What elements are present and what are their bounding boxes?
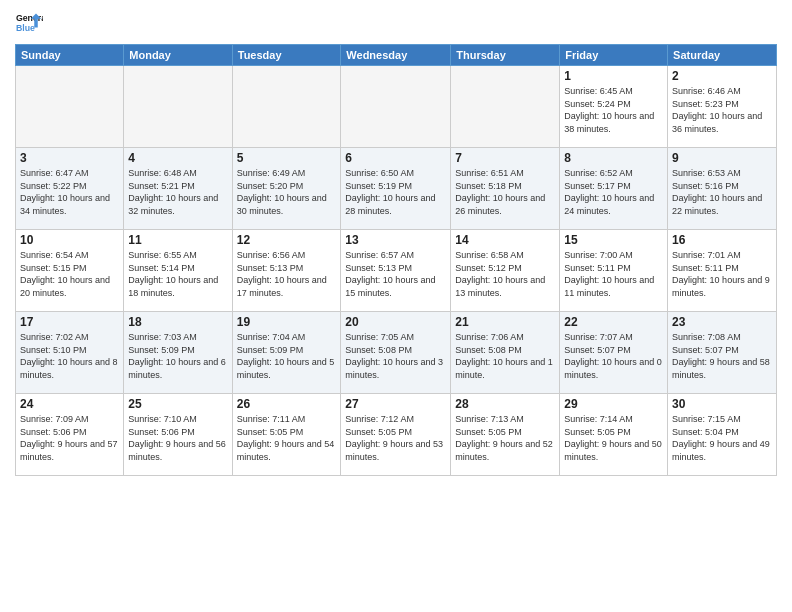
- day-number: 9: [672, 151, 772, 165]
- day-number: 17: [20, 315, 119, 329]
- day-cell: 4Sunrise: 6:48 AM Sunset: 5:21 PM Daylig…: [124, 148, 232, 230]
- day-info: Sunrise: 7:12 AM Sunset: 5:05 PM Dayligh…: [345, 413, 446, 463]
- day-info: Sunrise: 7:05 AM Sunset: 5:08 PM Dayligh…: [345, 331, 446, 381]
- day-cell: 16Sunrise: 7:01 AM Sunset: 5:11 PM Dayli…: [668, 230, 777, 312]
- weekday-header-thursday: Thursday: [451, 45, 560, 66]
- day-number: 24: [20, 397, 119, 411]
- day-info: Sunrise: 6:56 AM Sunset: 5:13 PM Dayligh…: [237, 249, 337, 299]
- day-info: Sunrise: 7:07 AM Sunset: 5:07 PM Dayligh…: [564, 331, 663, 381]
- day-number: 3: [20, 151, 119, 165]
- day-info: Sunrise: 6:51 AM Sunset: 5:18 PM Dayligh…: [455, 167, 555, 217]
- week-row-2: 3Sunrise: 6:47 AM Sunset: 5:22 PM Daylig…: [16, 148, 777, 230]
- day-cell: 28Sunrise: 7:13 AM Sunset: 5:05 PM Dayli…: [451, 394, 560, 476]
- day-cell: 29Sunrise: 7:14 AM Sunset: 5:05 PM Dayli…: [560, 394, 668, 476]
- day-info: Sunrise: 7:10 AM Sunset: 5:06 PM Dayligh…: [128, 413, 227, 463]
- day-number: 21: [455, 315, 555, 329]
- day-cell: [232, 66, 341, 148]
- calendar: SundayMondayTuesdayWednesdayThursdayFrid…: [15, 44, 777, 476]
- day-cell: 23Sunrise: 7:08 AM Sunset: 5:07 PM Dayli…: [668, 312, 777, 394]
- weekday-header-wednesday: Wednesday: [341, 45, 451, 66]
- day-number: 27: [345, 397, 446, 411]
- week-row-4: 17Sunrise: 7:02 AM Sunset: 5:10 PM Dayli…: [16, 312, 777, 394]
- day-cell: 9Sunrise: 6:53 AM Sunset: 5:16 PM Daylig…: [668, 148, 777, 230]
- day-info: Sunrise: 6:49 AM Sunset: 5:20 PM Dayligh…: [237, 167, 337, 217]
- day-cell: 21Sunrise: 7:06 AM Sunset: 5:08 PM Dayli…: [451, 312, 560, 394]
- day-cell: 1Sunrise: 6:45 AM Sunset: 5:24 PM Daylig…: [560, 66, 668, 148]
- svg-text:Blue: Blue: [16, 23, 35, 33]
- weekday-header-saturday: Saturday: [668, 45, 777, 66]
- day-cell: [341, 66, 451, 148]
- day-number: 10: [20, 233, 119, 247]
- day-number: 11: [128, 233, 227, 247]
- day-cell: [16, 66, 124, 148]
- day-cell: 22Sunrise: 7:07 AM Sunset: 5:07 PM Dayli…: [560, 312, 668, 394]
- day-info: Sunrise: 7:09 AM Sunset: 5:06 PM Dayligh…: [20, 413, 119, 463]
- day-number: 15: [564, 233, 663, 247]
- day-number: 19: [237, 315, 337, 329]
- day-cell: 14Sunrise: 6:58 AM Sunset: 5:12 PM Dayli…: [451, 230, 560, 312]
- day-info: Sunrise: 7:06 AM Sunset: 5:08 PM Dayligh…: [455, 331, 555, 381]
- day-info: Sunrise: 7:11 AM Sunset: 5:05 PM Dayligh…: [237, 413, 337, 463]
- day-number: 22: [564, 315, 663, 329]
- day-info: Sunrise: 6:52 AM Sunset: 5:17 PM Dayligh…: [564, 167, 663, 217]
- day-number: 5: [237, 151, 337, 165]
- day-cell: 2Sunrise: 6:46 AM Sunset: 5:23 PM Daylig…: [668, 66, 777, 148]
- day-info: Sunrise: 7:08 AM Sunset: 5:07 PM Dayligh…: [672, 331, 772, 381]
- weekday-header-tuesday: Tuesday: [232, 45, 341, 66]
- day-info: Sunrise: 6:54 AM Sunset: 5:15 PM Dayligh…: [20, 249, 119, 299]
- page: General Blue SundayMondayTuesdayWednesda…: [0, 0, 792, 612]
- day-number: 13: [345, 233, 446, 247]
- day-info: Sunrise: 6:45 AM Sunset: 5:24 PM Dayligh…: [564, 85, 663, 135]
- logo: General Blue: [15, 10, 47, 38]
- day-cell: 10Sunrise: 6:54 AM Sunset: 5:15 PM Dayli…: [16, 230, 124, 312]
- day-cell: 12Sunrise: 6:56 AM Sunset: 5:13 PM Dayli…: [232, 230, 341, 312]
- day-info: Sunrise: 6:58 AM Sunset: 5:12 PM Dayligh…: [455, 249, 555, 299]
- day-cell: 13Sunrise: 6:57 AM Sunset: 5:13 PM Dayli…: [341, 230, 451, 312]
- day-info: Sunrise: 7:02 AM Sunset: 5:10 PM Dayligh…: [20, 331, 119, 381]
- day-info: Sunrise: 6:50 AM Sunset: 5:19 PM Dayligh…: [345, 167, 446, 217]
- day-cell: 11Sunrise: 6:55 AM Sunset: 5:14 PM Dayli…: [124, 230, 232, 312]
- day-number: 18: [128, 315, 227, 329]
- day-number: 16: [672, 233, 772, 247]
- header: General Blue: [15, 10, 777, 38]
- day-number: 1: [564, 69, 663, 83]
- day-number: 25: [128, 397, 227, 411]
- day-cell: 8Sunrise: 6:52 AM Sunset: 5:17 PM Daylig…: [560, 148, 668, 230]
- weekday-header-row: SundayMondayTuesdayWednesdayThursdayFrid…: [16, 45, 777, 66]
- day-cell: 24Sunrise: 7:09 AM Sunset: 5:06 PM Dayli…: [16, 394, 124, 476]
- day-number: 6: [345, 151, 446, 165]
- day-cell: 26Sunrise: 7:11 AM Sunset: 5:05 PM Dayli…: [232, 394, 341, 476]
- day-cell: [451, 66, 560, 148]
- day-info: Sunrise: 7:04 AM Sunset: 5:09 PM Dayligh…: [237, 331, 337, 381]
- day-number: 30: [672, 397, 772, 411]
- day-info: Sunrise: 6:46 AM Sunset: 5:23 PM Dayligh…: [672, 85, 772, 135]
- weekday-header-sunday: Sunday: [16, 45, 124, 66]
- day-info: Sunrise: 7:01 AM Sunset: 5:11 PM Dayligh…: [672, 249, 772, 299]
- day-number: 29: [564, 397, 663, 411]
- day-info: Sunrise: 6:55 AM Sunset: 5:14 PM Dayligh…: [128, 249, 227, 299]
- day-info: Sunrise: 7:03 AM Sunset: 5:09 PM Dayligh…: [128, 331, 227, 381]
- day-cell: 17Sunrise: 7:02 AM Sunset: 5:10 PM Dayli…: [16, 312, 124, 394]
- day-info: Sunrise: 7:13 AM Sunset: 5:05 PM Dayligh…: [455, 413, 555, 463]
- day-cell: 30Sunrise: 7:15 AM Sunset: 5:04 PM Dayli…: [668, 394, 777, 476]
- day-number: 2: [672, 69, 772, 83]
- day-cell: 27Sunrise: 7:12 AM Sunset: 5:05 PM Dayli…: [341, 394, 451, 476]
- day-info: Sunrise: 6:47 AM Sunset: 5:22 PM Dayligh…: [20, 167, 119, 217]
- day-cell: 3Sunrise: 6:47 AM Sunset: 5:22 PM Daylig…: [16, 148, 124, 230]
- day-cell: 6Sunrise: 6:50 AM Sunset: 5:19 PM Daylig…: [341, 148, 451, 230]
- day-number: 26: [237, 397, 337, 411]
- day-number: 7: [455, 151, 555, 165]
- week-row-3: 10Sunrise: 6:54 AM Sunset: 5:15 PM Dayli…: [16, 230, 777, 312]
- day-info: Sunrise: 7:14 AM Sunset: 5:05 PM Dayligh…: [564, 413, 663, 463]
- day-number: 12: [237, 233, 337, 247]
- day-info: Sunrise: 6:53 AM Sunset: 5:16 PM Dayligh…: [672, 167, 772, 217]
- day-number: 20: [345, 315, 446, 329]
- week-row-1: 1Sunrise: 6:45 AM Sunset: 5:24 PM Daylig…: [16, 66, 777, 148]
- day-cell: 7Sunrise: 6:51 AM Sunset: 5:18 PM Daylig…: [451, 148, 560, 230]
- day-info: Sunrise: 6:48 AM Sunset: 5:21 PM Dayligh…: [128, 167, 227, 217]
- day-number: 14: [455, 233, 555, 247]
- weekday-header-friday: Friday: [560, 45, 668, 66]
- day-cell: 19Sunrise: 7:04 AM Sunset: 5:09 PM Dayli…: [232, 312, 341, 394]
- day-number: 4: [128, 151, 227, 165]
- day-number: 23: [672, 315, 772, 329]
